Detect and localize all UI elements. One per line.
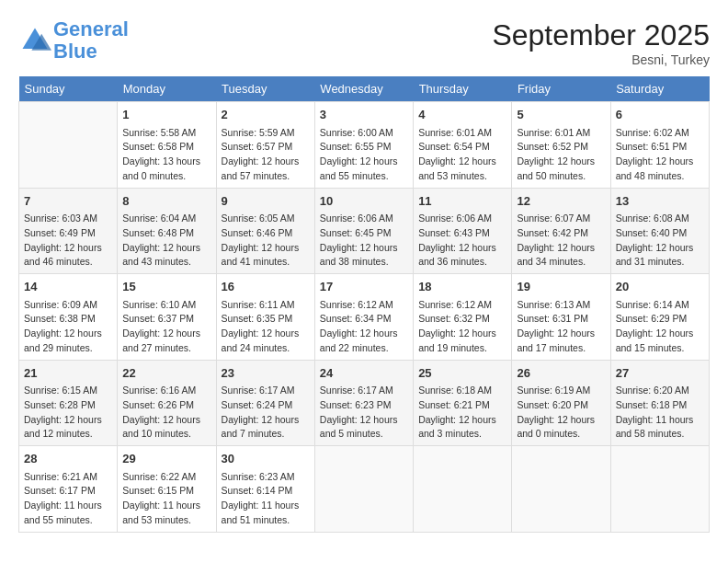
day-of-week-header: Friday xyxy=(512,76,610,102)
day-info: Sunset: 6:28 PM xyxy=(24,398,112,413)
calendar-cell: 29Sunrise: 6:22 AMSunset: 6:15 PMDayligh… xyxy=(118,446,216,533)
day-info: Sunset: 6:34 PM xyxy=(320,312,408,327)
day-info: and 24 minutes. xyxy=(222,341,310,356)
day-info: Daylight: 12 hours xyxy=(320,327,408,341)
day-info: Daylight: 12 hours xyxy=(320,155,408,169)
day-info: and 29 minutes. xyxy=(24,341,112,356)
day-number: 10 xyxy=(320,192,408,211)
day-info: and 50 minutes. xyxy=(517,169,605,184)
calendar-cell: 4Sunrise: 6:01 AMSunset: 6:54 PMDaylight… xyxy=(414,102,512,189)
calendar-cell: 8Sunrise: 6:04 AMSunset: 6:48 PMDaylight… xyxy=(118,188,216,274)
day-info: Daylight: 12 hours xyxy=(320,413,408,428)
day-info: Sunrise: 6:19 AM xyxy=(517,384,605,398)
day-number: 20 xyxy=(616,278,704,296)
day-number: 13 xyxy=(616,192,704,211)
day-info: and 57 minutes. xyxy=(222,169,310,184)
day-info: Sunrise: 6:12 AM xyxy=(418,298,506,313)
calendar-cell: 15Sunrise: 6:10 AMSunset: 6:37 PMDayligh… xyxy=(118,274,216,361)
calendar-cell: 20Sunrise: 6:14 AMSunset: 6:29 PMDayligh… xyxy=(610,274,709,361)
logo-text: General Blue xyxy=(53,18,129,63)
title-block: September 2025 Besni, Turkey xyxy=(492,18,710,67)
calendar-cell xyxy=(610,446,709,533)
day-info: Daylight: 12 hours xyxy=(24,241,112,256)
day-number: 9 xyxy=(222,192,310,211)
day-info: Daylight: 11 hours xyxy=(616,413,704,428)
logo-icon xyxy=(18,24,51,57)
day-info: Sunset: 6:14 PM xyxy=(222,484,310,499)
day-info: and 36 minutes. xyxy=(418,255,506,270)
day-info: Daylight: 12 hours xyxy=(222,155,310,169)
logo-line2: Blue xyxy=(53,40,97,63)
day-number: 28 xyxy=(24,450,112,468)
day-number: 26 xyxy=(517,364,605,383)
day-info: Daylight: 12 hours xyxy=(122,241,210,256)
day-info: Daylight: 12 hours xyxy=(222,327,310,341)
day-info: Daylight: 12 hours xyxy=(616,155,704,169)
day-info: Sunrise: 6:06 AM xyxy=(418,212,506,226)
logo: General Blue xyxy=(18,18,129,63)
day-info: and 17 minutes. xyxy=(517,341,605,356)
day-info: Sunrise: 6:11 AM xyxy=(222,298,310,313)
day-info: Sunrise: 6:01 AM xyxy=(418,126,506,141)
day-number: 16 xyxy=(222,278,310,296)
day-info: Daylight: 11 hours xyxy=(24,499,112,513)
calendar-cell: 13Sunrise: 6:08 AMSunset: 6:40 PMDayligh… xyxy=(610,188,709,274)
calendar-cell xyxy=(512,446,610,533)
day-info: Sunset: 6:18 PM xyxy=(616,398,704,413)
day-info: and 55 minutes. xyxy=(24,513,112,528)
calendar-cell: 16Sunrise: 6:11 AMSunset: 6:35 PMDayligh… xyxy=(216,274,314,361)
day-info: Sunrise: 5:59 AM xyxy=(222,126,310,141)
day-number: 8 xyxy=(122,192,210,211)
day-info: Sunset: 6:48 PM xyxy=(122,226,210,241)
day-number: 3 xyxy=(320,106,408,124)
day-info: Sunset: 6:40 PM xyxy=(616,226,704,241)
calendar-cell: 14Sunrise: 6:09 AMSunset: 6:38 PMDayligh… xyxy=(19,274,118,361)
day-info: Sunrise: 6:14 AM xyxy=(616,298,704,313)
calendar-cell: 23Sunrise: 6:17 AMSunset: 6:24 PMDayligh… xyxy=(216,360,314,446)
day-info: and 3 minutes. xyxy=(418,427,506,442)
day-info: Sunrise: 6:22 AM xyxy=(122,470,210,485)
day-info: Sunrise: 6:17 AM xyxy=(320,384,408,398)
day-info: Sunset: 6:29 PM xyxy=(616,312,704,327)
day-info: and 58 minutes. xyxy=(616,427,704,442)
day-info: and 51 minutes. xyxy=(222,513,310,528)
day-number: 15 xyxy=(122,278,210,296)
calendar-week-row: 14Sunrise: 6:09 AMSunset: 6:38 PMDayligh… xyxy=(19,274,710,361)
day-info: Sunrise: 6:15 AM xyxy=(24,384,112,398)
day-info: and 31 minutes. xyxy=(616,255,704,270)
day-info: Sunset: 6:37 PM xyxy=(122,312,210,327)
day-of-week-header: Wednesday xyxy=(314,76,413,102)
location: Besni, Turkey xyxy=(492,52,710,67)
day-info: Sunrise: 5:58 AM xyxy=(122,126,210,141)
day-info: Sunrise: 6:21 AM xyxy=(24,470,112,485)
day-info: Sunset: 6:38 PM xyxy=(24,312,112,327)
calendar-cell: 25Sunrise: 6:18 AMSunset: 6:21 PMDayligh… xyxy=(414,360,512,446)
day-info: Sunrise: 6:20 AM xyxy=(616,384,704,398)
day-info: Sunset: 6:17 PM xyxy=(24,484,112,499)
calendar-cell: 12Sunrise: 6:07 AMSunset: 6:42 PMDayligh… xyxy=(512,188,610,274)
day-info: Sunset: 6:49 PM xyxy=(24,226,112,241)
day-info: Sunrise: 6:17 AM xyxy=(222,384,310,398)
day-info: Daylight: 12 hours xyxy=(418,413,506,428)
day-info: Sunset: 6:24 PM xyxy=(222,398,310,413)
day-info: Sunrise: 6:13 AM xyxy=(517,298,605,313)
day-info: Sunset: 6:23 PM xyxy=(320,398,408,413)
day-info: Sunset: 6:20 PM xyxy=(517,398,605,413)
day-info: and 0 minutes. xyxy=(517,427,605,442)
calendar-cell: 1Sunrise: 5:58 AMSunset: 6:58 PMDaylight… xyxy=(118,102,216,189)
calendar-cell: 5Sunrise: 6:01 AMSunset: 6:52 PMDaylight… xyxy=(512,102,610,189)
day-number: 7 xyxy=(24,192,112,211)
day-info: and 27 minutes. xyxy=(122,341,210,356)
day-info: Daylight: 11 hours xyxy=(222,499,310,513)
day-number: 2 xyxy=(222,106,310,124)
day-number: 24 xyxy=(320,364,408,383)
day-info: and 5 minutes. xyxy=(320,427,408,442)
calendar-week-row: 7Sunrise: 6:03 AMSunset: 6:49 PMDaylight… xyxy=(19,188,710,274)
day-info: Sunrise: 6:12 AM xyxy=(320,298,408,313)
calendar-cell: 19Sunrise: 6:13 AMSunset: 6:31 PMDayligh… xyxy=(512,274,610,361)
day-info: Sunset: 6:32 PM xyxy=(418,312,506,327)
day-info: Sunrise: 6:18 AM xyxy=(418,384,506,398)
calendar-cell: 9Sunrise: 6:05 AMSunset: 6:46 PMDaylight… xyxy=(216,188,314,274)
day-info: and 15 minutes. xyxy=(616,341,704,356)
calendar-cell: 3Sunrise: 6:00 AMSunset: 6:55 PMDaylight… xyxy=(314,102,413,189)
